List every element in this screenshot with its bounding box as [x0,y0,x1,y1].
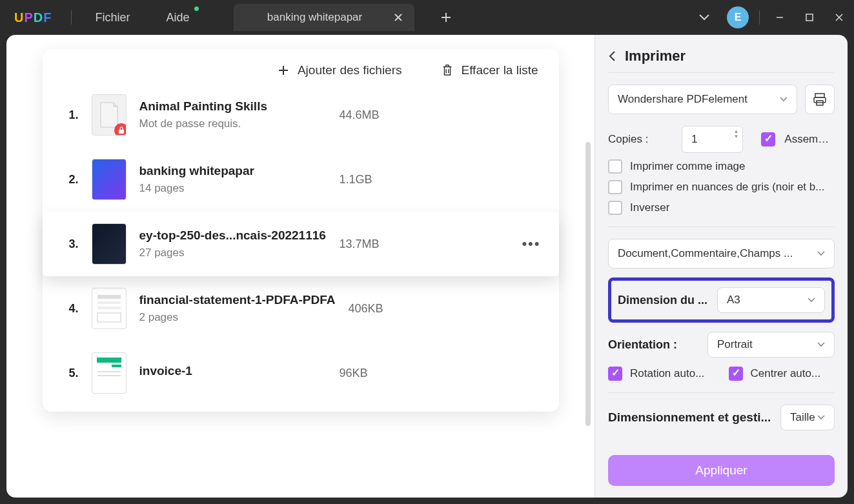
sizing-select[interactable]: Taille [780,405,835,430]
menu-help[interactable]: Aide [148,0,207,35]
file-size: 13.7MB [340,237,411,251]
svg-rect-2 [97,295,121,299]
print-as-image-checkbox[interactable] [608,159,622,174]
file-thumbnail [92,223,127,265]
separator [759,10,760,25]
file-row[interactable]: 5. invoice-1 96KB [43,341,559,405]
assemble-checkbox[interactable] [761,132,775,146]
file-index: 1. [61,108,79,122]
apply-button[interactable]: Appliquer [608,455,835,486]
tab-title: banking whitepapar [245,11,385,24]
add-tab-button[interactable] [440,12,452,23]
file-title: ey-top-250-des...ncais-20221116 [139,228,327,243]
paper-size-select[interactable]: A3 [717,287,825,313]
main-panel: Ajouter des fichiers Effacer la liste 1.… [6,35,595,498]
file-row[interactable]: 3. ey-top-250-des...ncais-20221116 27 pa… [43,212,559,276]
file-subtitle: 27 pages [139,247,327,259]
file-size: 406KB [349,302,420,316]
copies-value: 1 [691,133,697,146]
more-icon[interactable]: ••• [522,236,540,252]
trash-icon [441,64,454,77]
titlebar: UPDF Fichier Aide banking whitepapar E [0,0,854,35]
assemble-label: Assembler [784,133,835,146]
file-row[interactable]: 1. Animal Painting Skills Mot de passe r… [43,83,559,147]
file-list-card: Ajouter des fichiers Effacer la liste 1.… [43,49,559,412]
auto-rotate-label: Rotation auto... [630,367,704,380]
caret-down-icon [780,97,788,102]
paper-size-label: Dimension du ... [618,294,708,307]
user-avatar[interactable]: E [727,6,749,28]
svg-rect-3 [97,301,121,304]
file-row[interactable]: 4. financial-statement-1-PDFA-PDFA 2 pag… [43,276,559,341]
svg-rect-11 [814,97,826,103]
file-title: financial-statement-1-PDFA-PDFA [139,293,336,307]
add-files-button[interactable]: Ajouter des fichiers [277,63,402,77]
add-files-label: Ajouter des fichiers [298,63,402,77]
clear-list-label: Effacer la liste [462,63,538,77]
printer-select[interactable]: Wondershare PDFelement [608,85,797,114]
svg-rect-8 [97,371,121,372]
document-tab[interactable]: banking whitepapar [234,4,414,31]
print-panel: Imprimer Wondershare PDFelement Copies :… [595,35,848,498]
file-index: 3. [61,237,79,251]
scrollbar[interactable] [585,142,591,426]
file-subtitle: 14 pages [139,182,327,195]
file-list: 1. Animal Painting Skills Mot de passe r… [43,83,559,405]
invert-label: Inverser [630,201,669,214]
print-content-select[interactable]: Document,Commentaire,Champs ... [608,239,835,268]
spinner-arrows-icon[interactable]: ▲▼ [733,129,738,139]
file-thumbnail [92,352,127,394]
svg-rect-7 [112,365,121,367]
clear-list-button[interactable]: Effacer la liste [441,63,538,77]
svg-rect-1 [119,130,124,134]
file-title: Animal Painting Skills [139,99,327,114]
svg-rect-5 [97,313,121,322]
caret-down-icon [817,251,825,256]
file-index: 4. [61,302,79,316]
sizing-value: Taille [790,411,815,424]
file-title: banking whitepapar [139,164,327,178]
auto-center-checkbox[interactable] [729,367,743,381]
file-index: 2. [61,173,79,186]
invert-checkbox[interactable] [608,201,622,215]
close-window-button[interactable] [824,0,854,35]
caret-down-icon [808,297,815,303]
panel-title: Imprimer [625,48,686,65]
lock-icon [114,123,127,136]
paper-size-highlight: Dimension du ... A3 [608,277,835,323]
svg-rect-10 [815,94,824,97]
back-icon[interactable] [608,50,616,62]
copies-label: Copies : [608,133,673,146]
svg-rect-9 [97,375,121,376]
print-as-image-label: Imprimer comme image [630,160,746,173]
minimize-button[interactable] [765,0,795,35]
orientation-value: Portrait [717,338,753,351]
grayscale-checkbox[interactable] [608,180,622,194]
orientation-select[interactable]: Portrait [707,332,835,358]
update-dot-icon [194,6,199,11]
file-index: 5. [61,367,79,380]
separator [71,10,72,25]
close-icon[interactable] [394,13,403,22]
paper-size-value: A3 [727,294,740,307]
caret-down-icon [817,415,825,420]
printer-icon [812,92,828,107]
auto-rotate-checkbox[interactable] [608,367,622,381]
menu-file[interactable]: Fichier [77,0,148,35]
file-title: invoice-1 [139,364,327,378]
printer-properties-button[interactable] [805,85,835,114]
sizing-title: Dimensionnement et gesti... [608,410,774,425]
chevron-down-icon[interactable] [687,14,722,21]
maximize-button[interactable] [795,0,824,35]
file-row[interactable]: 2. banking whitepapar 14 pages 1.1GB [43,147,559,212]
svg-rect-6 [97,358,121,363]
printer-select-label: Wondershare PDFelement [618,93,747,106]
print-content-label: Document,Commentaire,Champs ... [618,247,793,260]
file-size: 44.6MB [340,108,411,122]
orientation-label: Orientation : [608,338,698,352]
file-thumbnail [92,94,127,136]
copies-input[interactable]: 1 ▲▼ [682,126,743,153]
file-subtitle: 2 pages [139,311,336,324]
card-toolbar: Ajouter des fichiers Effacer la liste [43,49,559,83]
file-subtitle: Mot de passe requis. [139,117,327,130]
